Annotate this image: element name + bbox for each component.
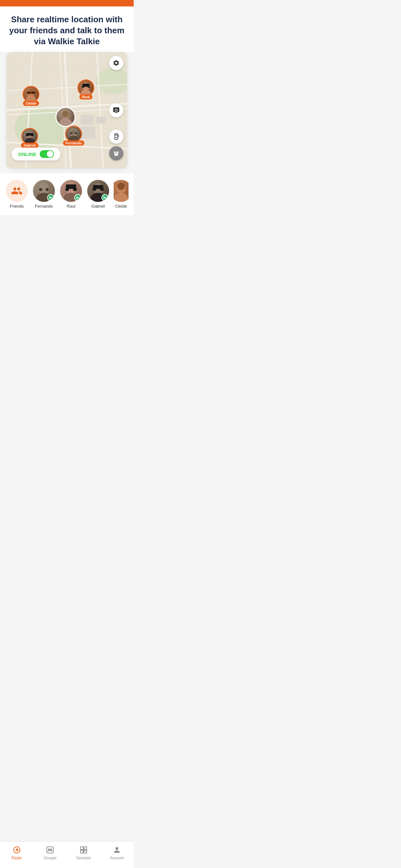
gear-icon <box>113 59 120 66</box>
avatar-label-gabriel: Gabriel <box>21 143 38 148</box>
camera-icon <box>113 107 120 114</box>
svg-point-34 <box>27 91 31 94</box>
online-toggle[interactable]: ONLINE <box>11 148 60 160</box>
friend-avatar-fernando <box>33 180 55 202</box>
friend-item-raul[interactable]: Raul <box>59 180 83 209</box>
location-badge-fernando <box>47 194 54 201</box>
friend-item-cleide[interactable]: Cleide <box>114 180 128 209</box>
friend-name-cleide: Cleide <box>115 204 127 209</box>
svg-point-44 <box>59 118 72 126</box>
friends-section: Friends Fernando <box>0 174 134 215</box>
svg-point-46 <box>61 113 65 118</box>
friends-group-icon <box>11 185 23 197</box>
friend-item-fernando[interactable]: Fernando <box>32 180 56 209</box>
svg-rect-41 <box>83 87 84 87</box>
friends-icon-item[interactable]: Friends <box>5 180 28 209</box>
svg-point-65 <box>65 188 69 191</box>
friends-label: Friends <box>10 204 24 209</box>
svg-line-24 <box>118 136 119 137</box>
avatar-label-cleide: Cleide <box>23 101 39 106</box>
svg-point-51 <box>26 134 28 136</box>
avatar-image-fernando <box>65 126 82 143</box>
location-badge-gabriel <box>101 194 109 201</box>
svg-point-21 <box>116 137 117 138</box>
friends-scroll: Friends Fernando <box>0 179 134 210</box>
location-arrow-icon-raul <box>76 196 80 199</box>
svg-point-70 <box>92 188 96 191</box>
status-bar <box>0 0 134 6</box>
avatar-image-cleide <box>23 86 39 103</box>
walkie-talkie-icon <box>113 133 120 140</box>
svg-point-60 <box>39 188 42 191</box>
avatar-image-raul <box>78 80 94 96</box>
compass-icon <box>113 150 120 157</box>
svg-point-61 <box>45 188 49 191</box>
svg-point-66 <box>73 188 77 191</box>
avatar-label-fernando: Fernando <box>63 141 84 146</box>
friends-group-avatar <box>6 180 28 202</box>
svg-point-57 <box>75 132 78 134</box>
location-arrow-icon <box>49 196 53 199</box>
friend-avatar-gabriel <box>87 180 109 202</box>
svg-point-56 <box>70 132 72 134</box>
svg-line-12 <box>6 65 127 68</box>
map-container: Cleide Raul <box>6 52 127 168</box>
svg-rect-16 <box>96 117 106 124</box>
friend-avatar-cleide <box>114 180 128 202</box>
svg-rect-15 <box>81 115 94 125</box>
svg-point-35 <box>31 91 35 94</box>
svg-point-74 <box>117 183 125 190</box>
avatar-label-raul: Raul <box>80 94 92 99</box>
svg-line-10 <box>10 52 16 110</box>
camera-button[interactable] <box>109 103 123 118</box>
map-avatar-me[interactable] <box>56 107 75 127</box>
hero-title: Share realtime location with your friend… <box>6 14 127 47</box>
svg-point-1 <box>95 68 127 94</box>
location-arrow-icon-gabriel <box>103 196 107 199</box>
svg-point-73 <box>114 193 128 202</box>
svg-point-52 <box>31 134 34 136</box>
avatar-image-me <box>56 107 75 127</box>
svg-rect-42 <box>88 87 89 87</box>
toggle-track[interactable] <box>40 150 54 158</box>
friend-item-gabriel[interactable]: Gabriel <box>87 180 110 209</box>
online-label: ONLINE <box>18 151 36 157</box>
svg-point-47 <box>66 113 70 118</box>
toggle-thumb <box>47 151 53 157</box>
friend-name-raul: Raul <box>67 204 75 209</box>
map-background: Cleide Raul <box>6 52 127 168</box>
avatar-image-gabriel <box>21 128 38 145</box>
map-avatar-raul[interactable]: Raul <box>78 80 94 99</box>
svg-rect-20 <box>115 135 117 135</box>
svg-line-22 <box>118 135 119 135</box>
map-avatar-gabriel[interactable]: Gabriel <box>21 128 38 148</box>
hero-section: Share realtime location with your friend… <box>0 6 134 52</box>
svg-point-71 <box>100 188 104 191</box>
map-avatar-cleide[interactable]: Cleide <box>23 86 39 106</box>
friend-name-fernando: Fernando <box>35 204 53 209</box>
location-badge-raul <box>74 194 81 201</box>
map-avatar-fernando[interactable]: Fernando <box>63 126 84 146</box>
friend-name-gabriel: Gabriel <box>91 204 105 209</box>
friend-avatar-raul <box>60 180 82 202</box>
